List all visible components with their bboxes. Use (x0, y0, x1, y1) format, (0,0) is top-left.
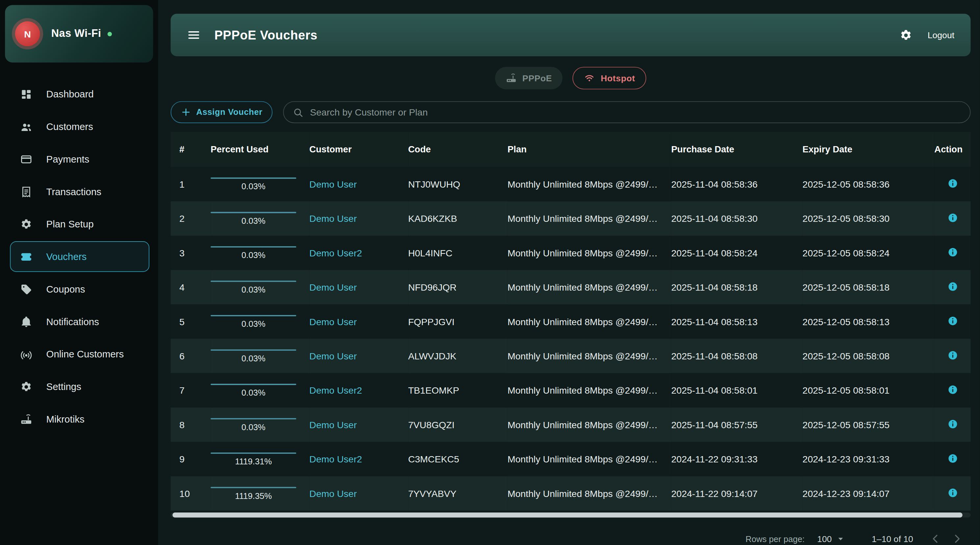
menu-icon[interactable] (187, 28, 201, 42)
sidebar-item-online-customers[interactable]: Online Customers (10, 339, 150, 369)
customer-link[interactable]: Demo User2 (309, 247, 362, 258)
progress-bar (211, 177, 296, 178)
table-header-row: # Percent Used Customer Code Plan Purcha… (170, 132, 970, 167)
sidebar-item-coupons[interactable]: Coupons (10, 274, 150, 304)
logout-button[interactable]: Logout (928, 30, 955, 40)
customer-link[interactable]: Demo User (309, 419, 357, 430)
table-row: 70.03%Demo User2TB1EOMKPMonthly Unlimite… (170, 373, 970, 408)
gear-icon (20, 381, 33, 393)
percent-value: 0.03% (211, 422, 296, 432)
purchase-date: 2025-11-04 08:58:13 (671, 304, 803, 339)
rows-per-page-select[interactable]: 100 (817, 534, 845, 544)
table-row: 10.03%Demo UserNTJ0WUHQMonthly Unlimited… (170, 167, 970, 201)
expiry-date: 2025-12-05 08:58:30 (803, 201, 935, 236)
page-title: PPPoE Vouchers (214, 28, 317, 43)
info-icon[interactable] (947, 487, 958, 497)
percent-used-cell: 0.03% (211, 418, 296, 432)
wifi-tethering-icon (20, 348, 33, 360)
purchase-date: 2025-11-04 08:58:24 (671, 236, 803, 270)
col-index: # (170, 132, 211, 167)
percent-used-cell: 1119.35% (211, 487, 296, 500)
sidebar-item-label: Coupons (46, 284, 85, 295)
col-expiry-date: Expiry Date (803, 132, 935, 167)
customer-link[interactable]: Demo User2 (309, 385, 362, 395)
expiry-date: 2025-12-05 08:58:13 (803, 304, 935, 339)
percent-value: 0.03% (211, 285, 296, 294)
purchase-date: 2024-11-22 09:14:07 (671, 476, 803, 510)
info-icon[interactable] (947, 453, 958, 464)
row-index: 2 (170, 201, 211, 236)
pppoe-toggle-label: PPPoE (522, 73, 552, 83)
plan-name: Monthly Unlimited 8Mbps @2499/… (508, 442, 671, 476)
people-icon (20, 120, 33, 133)
table-row: 80.03%Demo User7VU8GQZIMonthly Unlimited… (170, 408, 970, 441)
sidebar-item-payments[interactable]: Payments (10, 144, 150, 174)
customer-link[interactable]: Demo User (309, 488, 357, 499)
info-icon[interactable] (947, 419, 958, 429)
progress-bar (211, 487, 296, 488)
sidebar-item-vouchers[interactable]: Vouchers (10, 241, 150, 272)
col-action: Action (934, 132, 970, 167)
pagination-range: 1–10 of 10 (872, 534, 913, 544)
percent-value: 0.03% (211, 250, 296, 260)
sidebar-item-notifications[interactable]: Notifications (10, 306, 150, 337)
customer-link[interactable]: Demo User (309, 179, 357, 189)
col-percent-used: Percent Used (211, 132, 309, 167)
percent-value: 0.03% (211, 319, 296, 328)
percent-value: 1119.31% (211, 456, 296, 466)
rows-per-page-value: 100 (817, 534, 832, 544)
percent-used-cell: 0.03% (211, 246, 296, 260)
row-index: 3 (170, 236, 211, 270)
progress-bar (211, 246, 296, 247)
customer-link[interactable]: Demo User (309, 316, 357, 327)
pppoe-toggle[interactable]: PPPoE (495, 67, 563, 89)
scrollbar-thumb[interactable] (172, 512, 963, 517)
sidebar-item-label: Settings (46, 381, 81, 392)
assign-voucher-button[interactable]: Assign Voucher (170, 101, 272, 123)
customer-link[interactable]: Demo User (309, 213, 357, 224)
info-icon[interactable] (947, 350, 958, 360)
sidebar-item-dashboard[interactable]: Dashboard (10, 79, 150, 109)
plan-name: Monthly Unlimited 8Mbps @2499/… (508, 476, 671, 510)
plus-icon (181, 107, 191, 118)
search-input[interactable] (310, 107, 961, 118)
horizontal-scrollbar[interactable] (170, 512, 970, 517)
sidebar-item-mikrotiks[interactable]: Mikrotiks (10, 404, 150, 434)
hotspot-toggle[interactable]: Hotspot (573, 67, 646, 89)
avatar-initial: N (24, 28, 31, 39)
table-row: 60.03%Demo UserALWVJDJKMonthly Unlimited… (170, 339, 970, 373)
sidebar-item-customers[interactable]: Customers (10, 111, 150, 142)
info-icon[interactable] (947, 247, 958, 257)
info-icon[interactable] (947, 178, 958, 188)
sidebar-item-plan-setup[interactable]: Plan Setup (10, 209, 150, 239)
sidebar-item-settings[interactable]: Settings (10, 371, 150, 402)
avatar: N (15, 21, 40, 46)
pagination: Rows per page: 100 1–10 of 10 (170, 532, 970, 545)
next-page-button[interactable] (951, 532, 963, 545)
expiry-date: 2025-12-05 08:58:18 (803, 270, 935, 304)
customer-link[interactable]: Demo User2 (309, 454, 362, 464)
customer-link[interactable]: Demo User (309, 282, 357, 293)
progress-bar (211, 212, 296, 213)
plan-name: Monthly Unlimited 8Mbps @2499/… (508, 339, 671, 373)
sidebar-item-transactions[interactable]: Transactions (10, 176, 150, 207)
col-plan: Plan (508, 132, 671, 167)
router-icon (20, 413, 33, 425)
customer-link[interactable]: Demo User (309, 351, 357, 361)
row-index: 6 (170, 339, 211, 373)
sidebar: N Nas Wi-Fi DashboardCustomersPaymentsTr… (0, 0, 158, 545)
info-icon[interactable] (947, 315, 958, 326)
voucher-code: NTJ0WUHQ (408, 167, 508, 201)
expiry-date: 2024-12-23 09:14:07 (803, 476, 935, 510)
previous-page-button[interactable] (929, 532, 942, 545)
expiry-date: 2024-12-23 09:31:33 (803, 442, 935, 476)
table-row: 101119.35%Demo User7YVYABVYMonthly Unlim… (170, 476, 970, 510)
percent-value: 0.03% (211, 354, 296, 363)
caret-down-icon (835, 534, 845, 544)
info-icon[interactable] (947, 384, 958, 395)
info-icon[interactable] (947, 281, 958, 292)
gear-icon[interactable] (899, 28, 913, 41)
info-icon[interactable] (947, 212, 958, 223)
voucher-code: NFD96JQR (408, 270, 508, 304)
assign-voucher-label: Assign Voucher (196, 108, 262, 117)
